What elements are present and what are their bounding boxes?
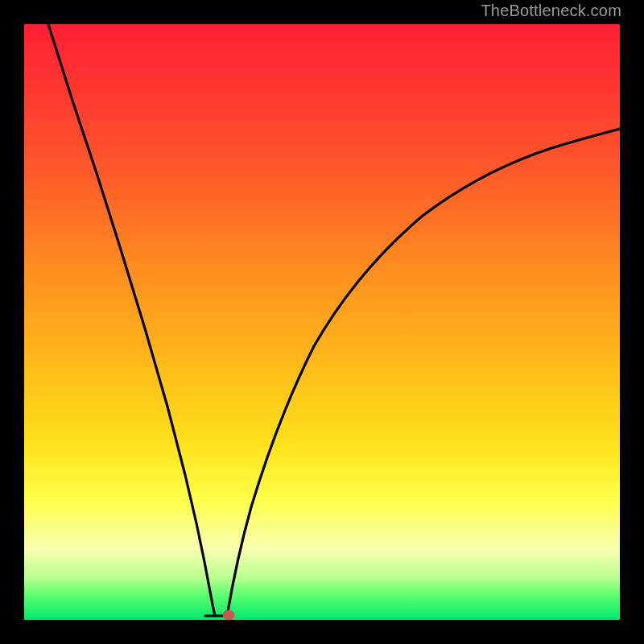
bottleneck-curve	[24, 24, 620, 620]
curve-left-branch	[48, 24, 215, 616]
chart-frame	[16, 16, 628, 628]
plot-area	[24, 24, 620, 620]
minimum-marker	[223, 610, 234, 620]
curve-right-branch	[227, 129, 620, 616]
watermark-text: TheBottleneck.com	[481, 2, 621, 20]
